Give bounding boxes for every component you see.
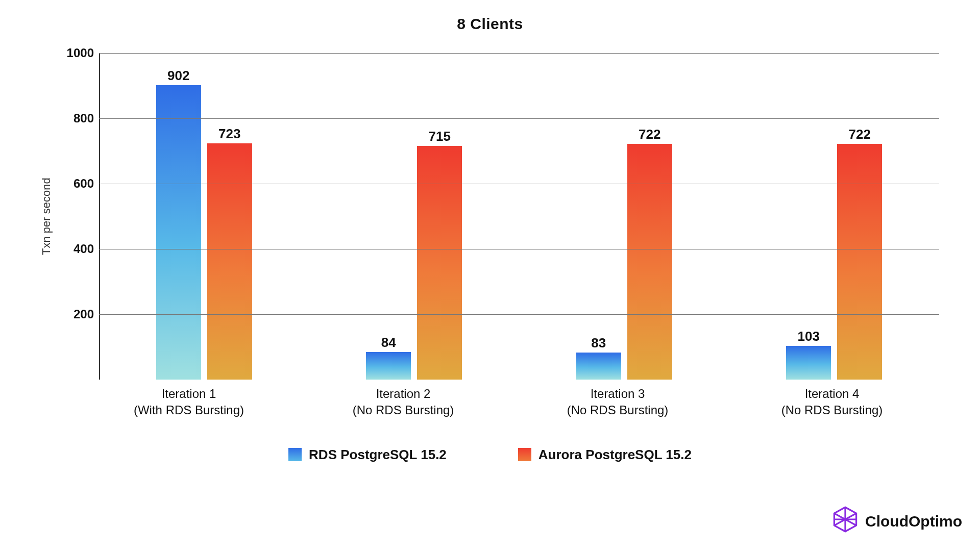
bar-rds: 103 (786, 346, 831, 380)
x-tick-line2: (With RDS Bursting) (82, 402, 296, 418)
cloudoptimo-icon (831, 506, 859, 537)
bars-container: 9027238471583722103722 (99, 53, 939, 380)
x-tick-label: Iteration 1(With RDS Bursting) (82, 386, 296, 419)
x-tick-line2: (No RDS Bursting) (510, 402, 725, 418)
brand-logo: CloudOptimo (831, 506, 962, 537)
bar-value-label: 83 (591, 335, 606, 351)
legend-label-rds: RDS PostgreSQL 15.2 (309, 447, 447, 463)
y-tick-label: 1000 (63, 46, 94, 60)
bar-aurora: 723 (207, 143, 252, 380)
plot-area: 9027238471583722103722 2004006008001000 (63, 53, 944, 380)
x-tick-line1: Iteration 4 (725, 386, 939, 402)
bar-value-label: 722 (639, 127, 660, 142)
y-tick-label: 600 (63, 177, 94, 191)
legend-label-aurora: Aurora PostgreSQL 15.2 (538, 447, 692, 463)
bar-group: 84715 (309, 53, 520, 380)
bar-aurora: 722 (627, 144, 672, 380)
x-axis-labels: Iteration 1(With RDS Bursting)Iteration … (82, 386, 939, 419)
legend-item-rds: RDS PostgreSQL 15.2 (288, 447, 447, 463)
bar-group: 83722 (519, 53, 729, 380)
bar-group: 103722 (729, 53, 940, 380)
x-tick-line1: Iteration 1 (82, 386, 296, 402)
bar-value-label: 84 (381, 335, 396, 350)
grid-line (99, 249, 939, 249)
grid-line (99, 184, 939, 184)
x-tick-line2: (No RDS Bursting) (725, 402, 939, 418)
bar-value-label: 722 (849, 127, 871, 142)
bar-rds: 902 (156, 85, 201, 380)
plot-row: Txn per second 9027238471583722103722 20… (36, 53, 944, 380)
bar-rds: 84 (366, 352, 411, 380)
x-tick-line2: (No RDS Bursting) (296, 402, 510, 418)
bar-value-label: 103 (798, 329, 820, 344)
y-tick-label: 200 (63, 307, 94, 321)
bar-value-label: 715 (429, 129, 451, 144)
chart-title: 8 Clients (36, 15, 944, 33)
y-axis-label: Txn per second (36, 53, 53, 380)
y-tick-label: 800 (63, 111, 94, 126)
legend-item-aurora: Aurora PostgreSQL 15.2 (518, 447, 692, 463)
bar-value-label: 902 (167, 68, 189, 84)
x-tick-line1: Iteration 2 (296, 386, 510, 402)
grid-line (99, 118, 939, 119)
bar-group: 902723 (99, 53, 309, 380)
x-tick-line1: Iteration 3 (510, 386, 725, 402)
bar-value-label: 723 (218, 126, 240, 142)
x-tick-label: Iteration 3(No RDS Bursting) (510, 386, 725, 419)
grid-line (99, 53, 939, 54)
x-tick-label: Iteration 4(No RDS Bursting) (725, 386, 939, 419)
y-tick-label: 400 (63, 242, 94, 256)
bar-aurora: 715 (417, 146, 462, 380)
brand-name: CloudOptimo (865, 513, 962, 530)
bar-rds: 83 (576, 353, 621, 380)
bar-aurora: 722 (837, 144, 882, 380)
x-tick-label: Iteration 2(No RDS Bursting) (296, 386, 510, 419)
legend-swatch-rds (288, 448, 302, 461)
chart-container: 8 Clients Txn per second 902723847158372… (36, 15, 944, 531)
legend: RDS PostgreSQL 15.2 Aurora PostgreSQL 15… (36, 447, 944, 463)
grid-line (99, 314, 939, 315)
legend-swatch-aurora (518, 448, 531, 461)
